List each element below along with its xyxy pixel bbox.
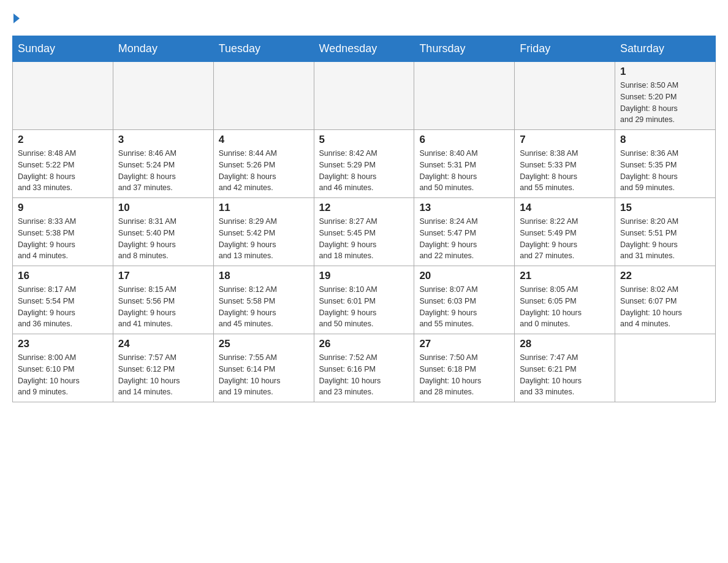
day-number: 2 xyxy=(18,134,108,146)
day-info: Sunrise: 8:27 AM Sunset: 5:45 PM Dayligh… xyxy=(319,216,409,262)
day-number: 18 xyxy=(219,270,309,282)
day-number: 1 xyxy=(620,66,710,78)
day-info: Sunrise: 8:46 AM Sunset: 5:24 PM Dayligh… xyxy=(118,148,208,194)
day-info: Sunrise: 7:47 AM Sunset: 6:21 PM Dayligh… xyxy=(520,352,610,398)
weekday-header-friday: Friday xyxy=(515,36,615,62)
calendar-cell: 17Sunrise: 8:15 AM Sunset: 5:56 PM Dayli… xyxy=(113,266,213,334)
day-info: Sunrise: 8:36 AM Sunset: 5:35 PM Dayligh… xyxy=(620,148,710,194)
day-info: Sunrise: 8:12 AM Sunset: 5:58 PM Dayligh… xyxy=(219,284,309,330)
calendar-week-3: 9Sunrise: 8:33 AM Sunset: 5:38 PM Daylig… xyxy=(13,198,716,266)
calendar-cell: 4Sunrise: 8:44 AM Sunset: 5:26 PM Daylig… xyxy=(213,130,314,198)
logo-arrow-icon xyxy=(13,13,20,23)
weekday-header-saturday: Saturday xyxy=(615,36,716,62)
calendar-table: SundayMondayTuesdayWednesdayThursdayFrid… xyxy=(12,36,716,402)
weekday-header-monday: Monday xyxy=(113,36,213,62)
logo xyxy=(12,12,20,23)
day-number: 10 xyxy=(118,202,208,214)
day-number: 9 xyxy=(18,202,108,214)
calendar-cell: 11Sunrise: 8:29 AM Sunset: 5:42 PM Dayli… xyxy=(213,198,314,266)
day-info: Sunrise: 8:40 AM Sunset: 5:31 PM Dayligh… xyxy=(419,148,509,194)
day-number: 19 xyxy=(319,270,409,282)
day-info: Sunrise: 8:20 AM Sunset: 5:51 PM Dayligh… xyxy=(620,216,710,262)
day-info: Sunrise: 8:00 AM Sunset: 6:10 PM Dayligh… xyxy=(18,352,108,398)
day-number: 14 xyxy=(520,202,610,214)
calendar-cell xyxy=(314,62,414,130)
weekday-header-tuesday: Tuesday xyxy=(213,36,314,62)
day-info: Sunrise: 8:24 AM Sunset: 5:47 PM Dayligh… xyxy=(419,216,509,262)
day-info: Sunrise: 8:15 AM Sunset: 5:56 PM Dayligh… xyxy=(118,284,208,330)
day-number: 28 xyxy=(520,338,610,350)
calendar-cell xyxy=(13,62,113,130)
weekday-header-thursday: Thursday xyxy=(414,36,515,62)
weekday-header-sunday: Sunday xyxy=(13,36,113,62)
calendar-cell: 2Sunrise: 8:48 AM Sunset: 5:22 PM Daylig… xyxy=(13,130,113,198)
calendar-cell: 12Sunrise: 8:27 AM Sunset: 5:45 PM Dayli… xyxy=(314,198,414,266)
calendar-cell: 14Sunrise: 8:22 AM Sunset: 5:49 PM Dayli… xyxy=(515,198,615,266)
day-number: 20 xyxy=(419,270,509,282)
weekday-header-row: SundayMondayTuesdayWednesdayThursdayFrid… xyxy=(13,36,716,62)
calendar-cell: 15Sunrise: 8:20 AM Sunset: 5:51 PM Dayli… xyxy=(615,198,716,266)
day-number: 4 xyxy=(219,134,309,146)
day-info: Sunrise: 8:17 AM Sunset: 5:54 PM Dayligh… xyxy=(18,284,108,330)
calendar-cell: 23Sunrise: 8:00 AM Sunset: 6:10 PM Dayli… xyxy=(13,334,113,402)
day-number: 11 xyxy=(219,202,309,214)
calendar-cell: 28Sunrise: 7:47 AM Sunset: 6:21 PM Dayli… xyxy=(515,334,615,402)
calendar-cell xyxy=(615,334,716,402)
calendar-cell xyxy=(414,62,515,130)
day-number: 13 xyxy=(419,202,509,214)
calendar-cell xyxy=(515,62,615,130)
day-number: 25 xyxy=(219,338,309,350)
calendar-cell: 25Sunrise: 7:55 AM Sunset: 6:14 PM Dayli… xyxy=(213,334,314,402)
calendar-cell: 10Sunrise: 8:31 AM Sunset: 5:40 PM Dayli… xyxy=(113,198,213,266)
day-info: Sunrise: 8:33 AM Sunset: 5:38 PM Dayligh… xyxy=(18,216,108,262)
day-info: Sunrise: 8:22 AM Sunset: 5:49 PM Dayligh… xyxy=(520,216,610,262)
day-info: Sunrise: 8:48 AM Sunset: 5:22 PM Dayligh… xyxy=(18,148,108,194)
calendar-cell xyxy=(113,62,213,130)
calendar-cell: 6Sunrise: 8:40 AM Sunset: 5:31 PM Daylig… xyxy=(414,130,515,198)
calendar-cell: 13Sunrise: 8:24 AM Sunset: 5:47 PM Dayli… xyxy=(414,198,515,266)
day-info: Sunrise: 7:52 AM Sunset: 6:16 PM Dayligh… xyxy=(319,352,409,398)
day-info: Sunrise: 7:57 AM Sunset: 6:12 PM Dayligh… xyxy=(118,352,208,398)
day-number: 23 xyxy=(18,338,108,350)
day-info: Sunrise: 8:10 AM Sunset: 6:01 PM Dayligh… xyxy=(319,284,409,330)
day-number: 24 xyxy=(118,338,208,350)
day-number: 21 xyxy=(520,270,610,282)
day-number: 26 xyxy=(319,338,409,350)
weekday-header-wednesday: Wednesday xyxy=(314,36,414,62)
day-number: 27 xyxy=(419,338,509,350)
calendar-week-4: 16Sunrise: 8:17 AM Sunset: 5:54 PM Dayli… xyxy=(13,266,716,334)
calendar-cell xyxy=(213,62,314,130)
calendar-cell: 26Sunrise: 7:52 AM Sunset: 6:16 PM Dayli… xyxy=(314,334,414,402)
calendar-cell: 24Sunrise: 7:57 AM Sunset: 6:12 PM Dayli… xyxy=(113,334,213,402)
calendar-week-1: 1Sunrise: 8:50 AM Sunset: 5:20 PM Daylig… xyxy=(13,62,716,130)
day-number: 16 xyxy=(18,270,108,282)
day-info: Sunrise: 8:31 AM Sunset: 5:40 PM Dayligh… xyxy=(118,216,208,262)
day-number: 12 xyxy=(319,202,409,214)
calendar-cell: 21Sunrise: 8:05 AM Sunset: 6:05 PM Dayli… xyxy=(515,266,615,334)
calendar-week-5: 23Sunrise: 8:00 AM Sunset: 6:10 PM Dayli… xyxy=(13,334,716,402)
day-number: 15 xyxy=(620,202,710,214)
calendar-cell: 1Sunrise: 8:50 AM Sunset: 5:20 PM Daylig… xyxy=(615,62,716,130)
day-number: 17 xyxy=(118,270,208,282)
calendar-cell: 22Sunrise: 8:02 AM Sunset: 6:07 PM Dayli… xyxy=(615,266,716,334)
day-info: Sunrise: 8:05 AM Sunset: 6:05 PM Dayligh… xyxy=(520,284,610,330)
calendar-cell: 20Sunrise: 8:07 AM Sunset: 6:03 PM Dayli… xyxy=(414,266,515,334)
calendar-cell: 7Sunrise: 8:38 AM Sunset: 5:33 PM Daylig… xyxy=(515,130,615,198)
calendar-cell: 16Sunrise: 8:17 AM Sunset: 5:54 PM Dayli… xyxy=(13,266,113,334)
day-info: Sunrise: 8:50 AM Sunset: 5:20 PM Dayligh… xyxy=(620,80,710,126)
page-header xyxy=(12,12,716,23)
day-number: 7 xyxy=(520,134,610,146)
calendar-cell: 19Sunrise: 8:10 AM Sunset: 6:01 PM Dayli… xyxy=(314,266,414,334)
day-info: Sunrise: 8:29 AM Sunset: 5:42 PM Dayligh… xyxy=(219,216,309,262)
day-number: 6 xyxy=(419,134,509,146)
calendar-cell: 5Sunrise: 8:42 AM Sunset: 5:29 PM Daylig… xyxy=(314,130,414,198)
calendar-cell: 9Sunrise: 8:33 AM Sunset: 5:38 PM Daylig… xyxy=(13,198,113,266)
day-number: 5 xyxy=(319,134,409,146)
calendar-cell: 3Sunrise: 8:46 AM Sunset: 5:24 PM Daylig… xyxy=(113,130,213,198)
calendar-cell: 8Sunrise: 8:36 AM Sunset: 5:35 PM Daylig… xyxy=(615,130,716,198)
day-info: Sunrise: 8:02 AM Sunset: 6:07 PM Dayligh… xyxy=(620,284,710,330)
day-info: Sunrise: 8:38 AM Sunset: 5:33 PM Dayligh… xyxy=(520,148,610,194)
day-number: 8 xyxy=(620,134,710,146)
calendar-cell: 18Sunrise: 8:12 AM Sunset: 5:58 PM Dayli… xyxy=(213,266,314,334)
day-info: Sunrise: 7:50 AM Sunset: 6:18 PM Dayligh… xyxy=(419,352,509,398)
